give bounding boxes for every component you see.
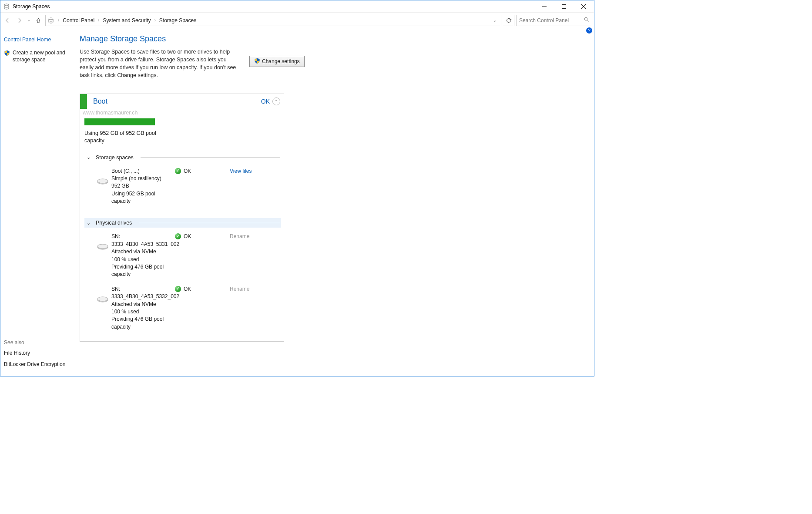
- drive-icon: [97, 242, 109, 251]
- drive-sn: 3333_4B30_4A53_5332_002: [111, 293, 172, 300]
- section-title: Physical drives: [96, 220, 132, 226]
- page-title: Manage Storage Spaces: [80, 34, 588, 44]
- shield-icon: [254, 58, 260, 65]
- shield-icon: [4, 50, 10, 56]
- capacity-bar: [84, 118, 155, 125]
- storage-spaces-icon: [3, 3, 10, 10]
- drive-used: 100 % used: [111, 308, 172, 316]
- physical-drives-section-header[interactable]: ⌄ Physical drives: [84, 218, 281, 228]
- pool-capacity-text: Using 952 GB of 952 GB pool capacity: [84, 130, 163, 145]
- content-area: Manage Storage Spaces Use Storage Spaces…: [79, 33, 594, 376]
- drive-icon: [97, 177, 109, 186]
- breadcrumb-item[interactable]: Control Panel: [63, 17, 94, 24]
- chevron-right-icon[interactable]: ›: [56, 18, 61, 23]
- navigation-bar: ⌄ › Control Panel › System and Security …: [0, 13, 594, 28]
- search-placeholder: Search Control Panel: [519, 17, 569, 24]
- storage-space-item: Boot (C:, ...) Simple (no resiliency) 95…: [84, 166, 281, 211]
- collapse-button[interactable]: ⌃: [272, 97, 280, 105]
- see-also-label: See also: [4, 339, 75, 346]
- sidebar: Control Panel Home Create a new pool and…: [0, 33, 79, 376]
- chevron-right-icon[interactable]: ›: [152, 18, 157, 23]
- ok-check-icon: [175, 233, 181, 239]
- maximize-button[interactable]: [554, 0, 574, 13]
- pool-name: Boot: [87, 97, 107, 105]
- space-size: 952 GB: [111, 182, 172, 190]
- address-dropdown-button[interactable]: ⌄: [490, 18, 499, 23]
- breadcrumb-item[interactable]: System and Security: [103, 17, 151, 24]
- minimize-button[interactable]: [534, 0, 554, 13]
- drive-providing: Providing 476 GB pool capacity: [111, 316, 172, 331]
- address-bar[interactable]: › Control Panel › System and Security › …: [45, 15, 501, 26]
- section-title: Storage spaces: [96, 155, 134, 161]
- create-pool-link[interactable]: Create a new pool and storage space: [13, 49, 75, 63]
- space-status: OK: [184, 168, 191, 175]
- control-panel-home-link[interactable]: Control Panel Home: [4, 36, 75, 43]
- drive-status: OK: [184, 233, 191, 240]
- storage-pool-card: Boot OK ⌃ www.thomasmaurer.ch Using 952 …: [80, 94, 284, 342]
- drive-used: 100 % used: [111, 256, 172, 263]
- svg-point-6: [584, 17, 587, 20]
- physical-drive-item: SN: 3333_4B30_4A53_5331_002 Attached via…: [84, 231, 281, 283]
- search-input[interactable]: Search Control Panel: [516, 15, 592, 26]
- ok-check-icon: [175, 168, 181, 174]
- watermark-text: www.thomasmaurer.ch: [80, 109, 284, 117]
- ok-check-icon: [175, 286, 181, 292]
- refresh-button[interactable]: [503, 15, 514, 26]
- rename-link: Rename: [230, 286, 249, 292]
- svg-point-9: [97, 179, 108, 183]
- chevron-right-icon[interactable]: ›: [96, 18, 101, 23]
- space-resiliency: Simple (no resiliency): [111, 175, 172, 182]
- svg-point-0: [4, 4, 9, 6]
- drive-attach: Attached via NVMe: [111, 248, 172, 255]
- view-files-link[interactable]: View files: [230, 168, 252, 174]
- drive-sn-label: SN:: [111, 233, 172, 240]
- recent-locations-dropdown[interactable]: ⌄: [27, 18, 31, 22]
- change-settings-label: Change settings: [262, 58, 300, 64]
- svg-point-13: [97, 297, 108, 301]
- drive-status: OK: [184, 286, 191, 293]
- space-usage: Using 952 GB pool capacity: [111, 190, 172, 205]
- bitlocker-link[interactable]: BitLocker Drive Encryption: [4, 361, 75, 367]
- drive-providing: Providing 476 GB pool capacity: [111, 263, 172, 279]
- svg-rect-2: [562, 4, 566, 8]
- titlebar: Storage Spaces: [0, 0, 594, 13]
- close-button[interactable]: [574, 0, 593, 13]
- chevron-down-icon: ⌄: [85, 155, 91, 160]
- file-history-link[interactable]: File History: [4, 350, 75, 356]
- pool-status: OK: [261, 98, 272, 105]
- up-button[interactable]: [33, 15, 44, 26]
- drive-sn-label: SN:: [111, 286, 172, 293]
- change-settings-button[interactable]: Change settings: [249, 56, 305, 67]
- physical-drive-item: SN: 3333_4B30_4A53_5332_002 Attached via…: [84, 284, 281, 336]
- pool-status-swatch: [80, 94, 87, 109]
- svg-line-7: [587, 20, 589, 22]
- svg-point-5: [49, 18, 53, 20]
- drive-icon: [97, 295, 109, 304]
- window-title: Storage Spaces: [13, 3, 50, 10]
- search-icon: [584, 17, 589, 24]
- page-description: Use Storage Spaces to save files to two …: [80, 48, 236, 80]
- pool-header[interactable]: Boot OK ⌃: [80, 94, 284, 109]
- help-button[interactable]: ?: [586, 27, 592, 34]
- back-button[interactable]: [2, 15, 13, 26]
- breadcrumb-item[interactable]: Storage Spaces: [159, 17, 196, 24]
- space-name: Boot (C:, ...): [111, 168, 172, 175]
- drive-attach: Attached via NVMe: [111, 301, 172, 308]
- forward-button[interactable]: [14, 15, 25, 26]
- rename-link: Rename: [230, 233, 249, 239]
- drive-sn: 3333_4B30_4A53_5331_002: [111, 241, 172, 248]
- storage-spaces-section-header[interactable]: ⌄ Storage spaces: [84, 153, 281, 162]
- svg-point-11: [97, 244, 108, 249]
- chevron-down-icon: ⌄: [85, 220, 91, 226]
- storage-spaces-icon: [47, 17, 54, 24]
